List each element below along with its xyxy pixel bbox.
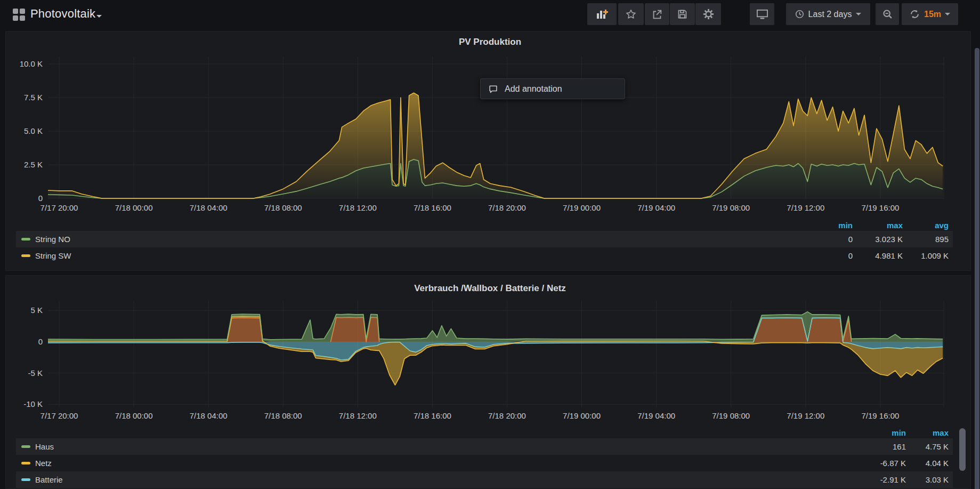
svg-text:7/18 08:00: 7/18 08:00 [264, 411, 302, 420]
series-label[interactable]: Haus [35, 442, 54, 451]
series-min: 161 [847, 442, 906, 451]
svg-text:7/19 00:00: 7/19 00:00 [563, 411, 601, 420]
legend-header-row: min max [16, 427, 953, 438]
series-label[interactable]: Netz [35, 459, 52, 468]
svg-text:7/19 16:00: 7/19 16:00 [861, 411, 899, 420]
svg-text:7/18 12:00: 7/18 12:00 [339, 411, 377, 420]
series-swatch [21, 462, 30, 464]
svg-text:-5 K: -5 K [28, 368, 43, 378]
grafana-dashboard: Photovoltaik [0, 0, 980, 489]
svg-text:7/17 20:00: 7/17 20:00 [41, 411, 78, 420]
series-max: 4.04 K [906, 459, 949, 468]
legend-scrollbar-thumb[interactable] [959, 428, 966, 471]
svg-text:7/19 08:00: 7/19 08:00 [712, 411, 750, 420]
svg-text:7/19 12:00: 7/19 12:00 [787, 411, 824, 420]
verbrauch-chart[interactable]: 7/17 20:007/18 00:007/18 04:007/18 08:00… [0, 0, 980, 489]
svg-text:7/18 00:00: 7/18 00:00 [115, 411, 153, 420]
series-max: 3.03 K [906, 475, 949, 484]
svg-text:7/18 20:00: 7/18 20:00 [488, 411, 526, 420]
verbrauch-legend: min max Haus 161 4.75 K Netz -6.87 K 4.0… [16, 427, 953, 488]
svg-text:7/19 04:00: 7/19 04:00 [637, 411, 675, 420]
series-swatch [21, 478, 30, 481]
legend-row-batterie[interactable]: Batterie -2.91 K 3.03 K [16, 471, 953, 488]
series-label[interactable]: Batterie [35, 475, 63, 484]
legend-header-min[interactable]: min [847, 428, 906, 437]
series-swatch [21, 445, 30, 448]
svg-text:-10 K: -10 K [23, 399, 43, 408]
svg-text:5 K: 5 K [30, 306, 43, 315]
svg-text:0: 0 [38, 337, 43, 346]
series-max: 4.75 K [906, 442, 949, 451]
page-scrollbar-thumb[interactable] [975, 48, 979, 489]
legend-header-max[interactable]: max [906, 428, 949, 437]
series-min: -6.87 K [847, 459, 906, 468]
svg-text:7/18 04:00: 7/18 04:00 [190, 411, 228, 420]
legend-row-netz[interactable]: Netz -6.87 K 4.04 K [16, 455, 953, 471]
legend-row-haus[interactable]: Haus 161 4.75 K [16, 438, 953, 455]
svg-text:7/18 16:00: 7/18 16:00 [414, 411, 451, 420]
series-min: -2.91 K [847, 475, 906, 484]
